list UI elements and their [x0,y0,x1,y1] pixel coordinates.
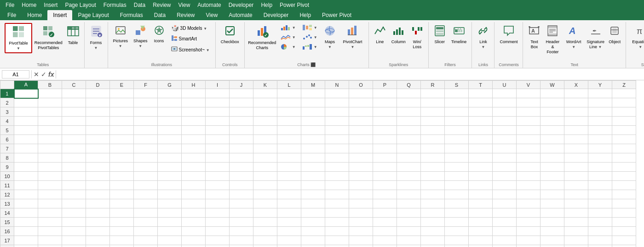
cell-X10[interactable] [564,172,588,181]
cell-E8[interactable] [110,153,134,163]
cell-Q5[interactable] [397,126,421,135]
cell-L14[interactable] [277,208,301,218]
cell-F1[interactable] [134,89,158,98]
cell-S12[interactable] [445,190,469,199]
cell-M10[interactable] [301,172,325,181]
cell-B17[interactable] [38,236,62,245]
col-header-K[interactable]: K [253,81,277,89]
menu-automate[interactable]: Automate [194,1,224,9]
cell-J17[interactable] [230,236,253,245]
cell-P1[interactable] [373,89,397,98]
col-header-O[interactable]: O [349,81,373,89]
cell-X6[interactable] [564,135,588,144]
cell-Y7[interactable] [588,144,612,153]
cell-V12[interactable] [517,190,540,199]
cell-F16[interactable] [134,227,158,236]
cell-D18[interactable] [86,245,110,247]
cell-R10[interactable] [421,172,445,181]
cell-B11[interactable] [38,181,62,190]
cell-N4[interactable] [325,117,349,126]
cell-W4[interactable] [540,117,564,126]
cell-Z2[interactable] [612,98,636,107]
cell-A5[interactable] [14,126,38,135]
cell-D6[interactable] [86,135,110,144]
cell-R4[interactable] [421,117,445,126]
cell-G12[interactable] [158,190,182,199]
cell-L6[interactable] [277,135,301,144]
cell-W12[interactable] [540,190,564,199]
cell-I10[interactable] [206,172,230,181]
timeline-button[interactable]: Timeline [449,23,469,46]
cell-W14[interactable] [540,208,564,218]
cell-S6[interactable] [445,135,469,144]
cell-J4[interactable] [230,117,253,126]
cell-Z11[interactable] [612,181,636,190]
cell-L12[interactable] [277,190,301,199]
cell-N12[interactable] [325,190,349,199]
cell-D5[interactable] [86,126,110,135]
3d-models-button[interactable]: 🎲 3D Models ▼ [168,23,213,33]
cell-S7[interactable] [445,144,469,153]
cell-E12[interactable] [110,190,134,199]
cell-U7[interactable] [493,144,517,153]
cell-L2[interactable] [277,98,301,107]
cell-P15[interactable] [373,218,397,227]
cell-G18[interactable] [158,245,182,247]
cell-B1[interactable] [38,89,62,98]
recommended-charts-button[interactable]: ✓ RecommendedCharts [247,23,277,52]
cell-C17[interactable] [62,236,86,245]
pie-chart-sm-button[interactable]: ▼ [278,42,299,51]
cell-L18[interactable] [277,245,301,247]
cell-I15[interactable] [206,218,230,227]
row-header-13[interactable]: 13 [0,199,14,208]
cell-N16[interactable] [325,227,349,236]
cell-Q6[interactable] [397,135,421,144]
cell-C18[interactable] [62,245,86,247]
cell-K9[interactable] [253,163,277,172]
cell-C14[interactable] [62,208,86,218]
cell-Z12[interactable] [612,190,636,199]
cell-Z1[interactable] [612,89,636,98]
cell-G13[interactable] [158,199,182,208]
col-header-V[interactable]: V [517,81,540,89]
cell-J6[interactable] [230,135,253,144]
slicer-button[interactable]: Slicer [431,23,448,46]
cell-I5[interactable] [206,126,230,135]
cell-W3[interactable] [540,107,564,117]
cell-I12[interactable] [206,190,230,199]
cell-B18[interactable] [38,245,62,247]
cell-M17[interactable] [301,236,325,245]
cell-D15[interactable] [86,218,110,227]
menu-power-pivot[interactable]: Power Pivot [276,1,313,9]
cell-J10[interactable] [230,172,253,181]
cell-Y9[interactable] [588,163,612,172]
cell-A7[interactable] [14,144,38,153]
cell-Y12[interactable] [588,190,612,199]
cell-P11[interactable] [373,181,397,190]
cell-Z10[interactable] [612,172,636,181]
cell-H11[interactable] [182,181,206,190]
cell-K5[interactable] [253,126,277,135]
col-header-A[interactable]: A [14,81,38,89]
cell-M8[interactable] [301,153,325,163]
cell-Q9[interactable] [397,163,421,172]
cell-T15[interactable] [469,218,493,227]
cell-U2[interactable] [493,98,517,107]
cell-S13[interactable] [445,199,469,208]
cell-T13[interactable] [469,199,493,208]
cell-L16[interactable] [277,227,301,236]
cell-D7[interactable] [86,144,110,153]
table-button[interactable]: Table [65,23,81,47]
tab-view[interactable]: View [201,10,224,20]
cell-W15[interactable] [540,218,564,227]
cell-V3[interactable] [517,107,540,117]
cell-F12[interactable] [134,190,158,199]
cell-V4[interactable] [517,117,540,126]
cell-I4[interactable] [206,117,230,126]
cell-L1[interactable] [277,89,301,98]
cell-Y10[interactable] [588,172,612,181]
cell-F7[interactable] [134,144,158,153]
cell-S18[interactable] [445,245,469,247]
cell-W1[interactable] [540,89,564,98]
cell-S1[interactable] [445,89,469,98]
